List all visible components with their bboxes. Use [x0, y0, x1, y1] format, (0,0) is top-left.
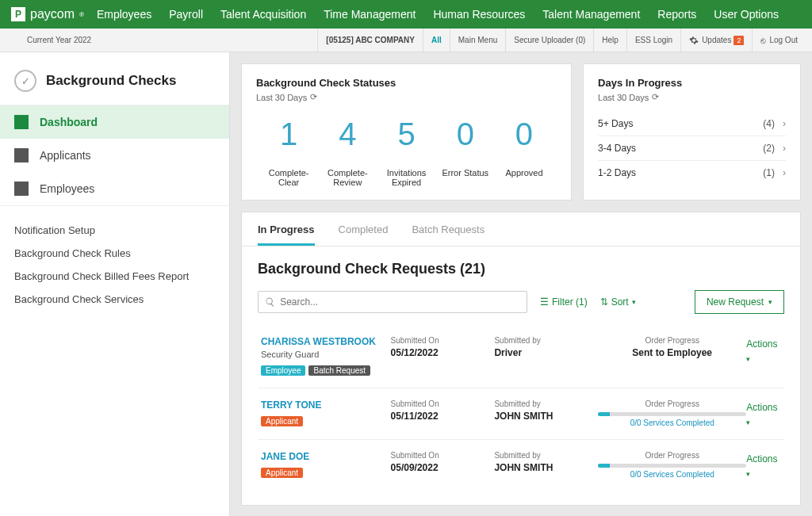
nav-item-time-management[interactable]: Time Management [324, 8, 416, 21]
nav-item-payroll[interactable]: Payroll [169, 8, 203, 21]
sidebar-item-dashboard[interactable]: Dashboard [0, 105, 229, 139]
logout-link[interactable]: ⎋ Log Out [752, 29, 806, 52]
days-subtitle: Last 30 Days [598, 93, 649, 102]
sidebar-icon [14, 148, 29, 162]
actions-button[interactable]: Actions [746, 453, 777, 479]
main-menu-link[interactable]: Main Menu [450, 29, 505, 52]
statuses-subtitle: Last 30 Days [256, 93, 307, 102]
updates-link[interactable]: Updates 2 [680, 29, 752, 52]
chevron-right-icon: › [783, 118, 786, 129]
gear-icon [689, 36, 699, 45]
company-selector[interactable]: [05125] ABC COMPANY [317, 29, 423, 52]
all-filter[interactable]: All [423, 29, 450, 52]
request-name[interactable]: TERRY TONE [261, 399, 391, 411]
request-row: CHARISSA WESTBROOKSecurity GuardEmployee… [258, 325, 784, 388]
nav-item-talent-management[interactable]: Talent Management [542, 8, 640, 21]
stat-error-status[interactable]: 0Error Status [436, 117, 495, 187]
nav-item-human-resources[interactable]: Human Resources [433, 8, 525, 21]
tag-emp: Employee [261, 365, 305, 376]
tag-app: Applicant [261, 468, 303, 478]
sidebar-icon [14, 115, 29, 129]
sort-icon: ⇅ [600, 296, 608, 308]
progress-bar [598, 464, 746, 468]
module-icon: ✓ [14, 70, 36, 92]
progress-bar [598, 412, 746, 416]
nav-item-user-options[interactable]: User Options [714, 8, 779, 21]
chevron-right-icon: › [783, 143, 786, 154]
help-link[interactable]: Help [593, 29, 626, 52]
new-request-button[interactable]: New Request [695, 290, 784, 314]
brand-name: paycom [30, 7, 75, 21]
updates-count: 2 [733, 36, 744, 45]
sidebar-item-employees[interactable]: Employees [0, 172, 229, 205]
requests-panel: In ProgressCompletedBatch Requests Backg… [241, 212, 801, 506]
actions-button[interactable]: Actions [746, 402, 777, 427]
refresh-icon[interactable]: ⟳ [310, 92, 317, 102]
sidebar-link[interactable]: Background Check Rules [14, 242, 215, 265]
nav-item-employees[interactable]: Employees [97, 8, 151, 21]
days-row[interactable]: 1-2 Days(1)› [598, 160, 786, 185]
chevron-right-icon: › [783, 167, 786, 178]
nav-item-talent-acquisition[interactable]: Talent Acquisition [220, 8, 306, 21]
search-input-wrapper[interactable] [258, 291, 527, 313]
search-input[interactable] [280, 296, 520, 308]
secure-uploader-link[interactable]: Secure Uploader (0) [505, 29, 593, 52]
nav-item-reports[interactable]: Reports [657, 8, 696, 21]
stat-complete-clear[interactable]: 1Complete-Clear [259, 117, 318, 187]
stat-approved[interactable]: 0Approved [495, 117, 553, 187]
logout-icon: ⎋ [760, 36, 766, 45]
tab-batch-requests[interactable]: Batch Requests [412, 224, 485, 246]
sidebar-link[interactable]: Background Check Services [14, 288, 215, 311]
requests-title: Background Check Requests (21) [258, 261, 784, 277]
days-card: Days In Progress Last 30 Days⟳ 5+ Days(4… [583, 63, 801, 201]
filter-button[interactable]: ☰Filter (1) [540, 296, 588, 308]
top-nav: P paycom® EmployeesPayrollTalent Acquisi… [0, 0, 812, 29]
actions-button[interactable]: Actions [746, 338, 777, 364]
brand-icon: P [11, 7, 25, 21]
tag-batch: Batch Request [308, 365, 370, 376]
ess-login-link[interactable]: ESS Login [626, 29, 680, 52]
sidebar-link[interactable]: Notification Setup [14, 219, 215, 242]
days-title: Days In Progress [598, 77, 786, 89]
request-name[interactable]: JANE DOE [261, 451, 391, 462]
tab-completed[interactable]: Completed [339, 224, 389, 246]
sidebar: ✓ Background Checks DashboardApplicantsE… [0, 52, 230, 516]
stat-complete-review[interactable]: 4Complete-Review [318, 117, 377, 187]
current-year: Current Year 2022 [27, 36, 91, 44]
days-row[interactable]: 5+ Days(4)› [598, 112, 786, 136]
filter-icon: ☰ [540, 296, 549, 308]
request-row: JANE DOEApplicantSubmitted On05/09/2022S… [258, 440, 784, 491]
statuses-card: Background Check Statuses Last 30 Days⟳ … [241, 63, 572, 201]
days-row[interactable]: 3-4 Days(2)› [598, 136, 786, 160]
search-icon [265, 296, 275, 308]
logout-label: Log Out [769, 36, 798, 44]
sidebar-icon [14, 182, 29, 196]
sidebar-link[interactable]: Background Check Billed Fees Report [14, 265, 215, 288]
request-row: TERRY TONEApplicantSubmitted On05/11/202… [258, 388, 784, 440]
request-name[interactable]: CHARISSA WESTBROOK [261, 336, 391, 347]
sub-bar: Current Year 2022 [05125] ABC COMPANY Al… [0, 29, 812, 52]
statuses-title: Background Check Statuses [256, 77, 557, 89]
sidebar-item-applicants[interactable]: Applicants [0, 139, 229, 172]
sort-button[interactable]: ⇅Sort [600, 296, 636, 308]
tag-app: Applicant [261, 416, 303, 426]
tab-in-progress[interactable]: In Progress [258, 224, 315, 246]
module-title: Background Checks [46, 73, 176, 89]
refresh-icon[interactable]: ⟳ [652, 92, 659, 102]
brand-logo[interactable]: P paycom® [11, 7, 84, 21]
updates-label: Updates [702, 36, 731, 44]
stat-invitations-expired[interactable]: 5Invitations Expired [377, 117, 435, 187]
